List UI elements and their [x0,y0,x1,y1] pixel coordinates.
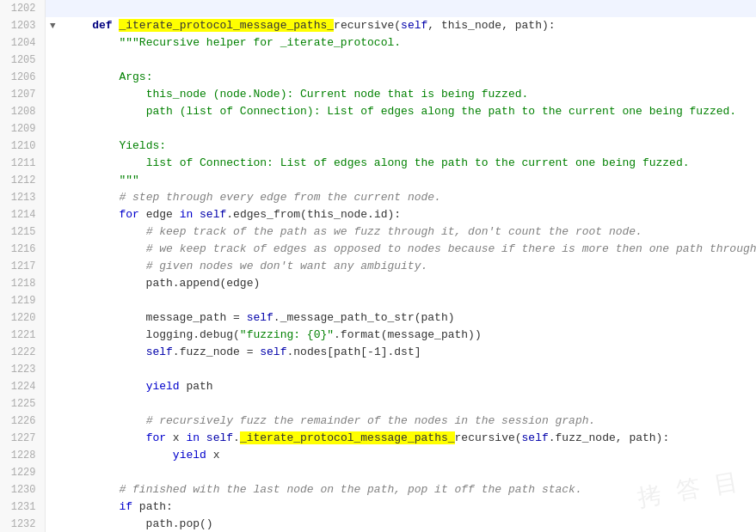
table-row: 1215 # keep track of the path as we fuzz… [0,223,756,241]
fold-control[interactable] [45,86,60,103]
code-line: list of Connection: List of edges along … [60,155,756,172]
fold-control[interactable] [45,155,60,172]
fold-control[interactable] [45,206,60,223]
line-number: 1217 [0,258,45,275]
fold-control[interactable]: ▼ [45,17,60,34]
fold-control[interactable] [45,344,60,361]
line-number: 1221 [0,327,45,344]
table-row: 1211 list of Connection: List of edges a… [0,155,756,172]
line-number: 1224 [0,378,45,395]
line-number: 1227 [0,430,45,447]
line-number: 1232 [0,516,45,532]
table-row: 1223 [0,361,756,378]
table-row: 1209 [0,120,756,138]
line-number: 1218 [0,275,45,292]
line-number: 1208 [0,103,45,120]
line-number: 1202 [0,0,45,17]
line-number: 1228 [0,447,45,464]
fold-control[interactable] [45,189,60,206]
table-row: 1220 message_path = self._message_path_t… [0,309,756,327]
code-editor: 1202 1203 ▼ def _iterate_protocol_messag… [0,0,756,532]
code-line [60,361,756,378]
fold-control[interactable] [45,103,60,120]
fold-control[interactable] [45,241,60,258]
fold-control[interactable] [45,447,60,464]
fold-control[interactable] [45,516,60,532]
code-line [60,464,756,481]
code-line [60,120,756,138]
code-line: Args: [60,69,756,86]
code-line: path.append(edge) [60,275,756,292]
fold-control[interactable] [45,413,60,430]
table-row: 1226 # recursively fuzz the remainder of… [0,413,756,430]
code-line: # given nodes we don't want any ambiguit… [60,258,756,275]
table-row: 1203 ▼ def _iterate_protocol_message_pat… [0,17,756,34]
table-row: 1206 Args: [0,69,756,86]
code-line: # we keep track of edges as opposed to n… [60,241,756,258]
line-number: 1229 [0,464,45,481]
fold-control[interactable] [45,172,60,189]
code-line [60,395,756,413]
table-row: 1207 this_node (node.Node): Current node… [0,86,756,103]
code-line: self.fuzz_node = self.nodes[path[-1].dst… [60,344,756,361]
code-line: # recursively fuzz the remainder of the … [60,413,756,430]
line-number: 1219 [0,292,45,309]
code-line: yield path [60,378,756,395]
line-number: 1223 [0,361,45,378]
fold-control[interactable] [45,34,60,52]
line-number: 1225 [0,395,45,413]
fold-control[interactable] [45,464,60,481]
table-row: 1232 path.pop() [0,516,756,532]
table-row: 1225 [0,395,756,413]
code-line: for x in self._iterate_protocol_message_… [60,430,756,447]
table-row: 1202 [0,0,756,17]
fold-control[interactable] [45,69,60,86]
table-row: 1212 """ [0,172,756,189]
code-line: # keep track of the path as we fuzz thro… [60,223,756,241]
line-number: 1214 [0,206,45,223]
line-number: 1210 [0,138,45,155]
fold-control[interactable] [45,498,60,516]
fold-control[interactable] [45,481,60,498]
table-row: 1231 if path: [0,498,756,516]
code-line [60,52,756,69]
fold-control[interactable] [45,378,60,395]
code-line: logging.debug("fuzzing: {0}".format(mess… [60,327,756,344]
fold-control[interactable] [45,138,60,155]
fold-control[interactable] [45,223,60,241]
fold-control[interactable] [45,430,60,447]
table-row: 1204 """Recursive helper for _iterate_pr… [0,34,756,52]
code-line: def _iterate_protocol_message_paths_recu… [60,17,756,34]
code-line: yield x [60,447,756,464]
code-lines: 1202 1203 ▼ def _iterate_protocol_messag… [0,0,756,532]
fold-control[interactable] [45,327,60,344]
table-row: 1222 self.fuzz_node = self.nodes[path[-1… [0,344,756,361]
line-number: 1205 [0,52,45,69]
fold-control[interactable] [45,120,60,138]
code-line: path (list of Connection): List of edges… [60,103,756,120]
code-line: path.pop() [60,516,756,532]
fold-control[interactable] [45,395,60,413]
line-number: 1211 [0,155,45,172]
line-number: 1212 [0,172,45,189]
table-row: 1208 path (list of Connection): List of … [0,103,756,120]
fold-control[interactable] [45,52,60,69]
fold-control[interactable] [45,309,60,327]
table-row: 1224 yield path [0,378,756,395]
code-line: this_node (node.Node): Current node that… [60,86,756,103]
code-line [60,292,756,309]
table-row: 1217 # given nodes we don't want any amb… [0,258,756,275]
fold-control[interactable] [45,258,60,275]
line-number: 1230 [0,481,45,498]
table-row: 1227 for x in self._iterate_protocol_mes… [0,430,756,447]
line-number: 1207 [0,86,45,103]
line-number: 1213 [0,189,45,206]
fold-control[interactable] [45,292,60,309]
fold-control[interactable] [45,0,60,17]
line-number: 1204 [0,34,45,52]
fold-control[interactable] [45,275,60,292]
line-number: 1220 [0,309,45,327]
fold-control[interactable] [45,361,60,378]
table-row: 1218 path.append(edge) [0,275,756,292]
line-number: 1206 [0,69,45,86]
